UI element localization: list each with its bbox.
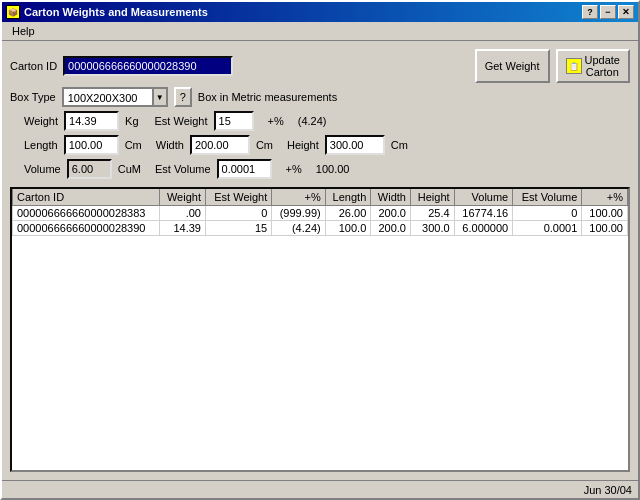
help-menu[interactable]: Help bbox=[6, 24, 41, 38]
status-date: Jun 30/04 bbox=[584, 484, 632, 496]
window-icon: 📦 bbox=[6, 5, 20, 19]
data-table-container: Carton ID Weight Est Weight +% Length Wi… bbox=[10, 187, 630, 472]
carton-id-label: Carton ID bbox=[10, 60, 57, 72]
weight-unit: Kg bbox=[125, 115, 138, 127]
carton-id-row: Carton ID Get Weight 📋 UpdateCarton bbox=[10, 49, 630, 83]
action-buttons: Get Weight 📋 UpdateCarton bbox=[475, 49, 630, 83]
box-type-label: Box Type bbox=[10, 91, 56, 103]
close-btn[interactable]: ✕ bbox=[618, 5, 634, 19]
col-header-height: Height bbox=[410, 189, 454, 206]
get-weight-button[interactable]: Get Weight bbox=[475, 49, 550, 83]
update-icon: 📋 bbox=[566, 58, 582, 74]
plus-pct-value: (4.24) bbox=[298, 115, 327, 127]
weight-label: Weight bbox=[24, 115, 58, 127]
box-type-select-container: 100X200X300 ▼ bbox=[62, 87, 168, 107]
volume-label: Volume bbox=[24, 163, 61, 175]
minimize-btn[interactable]: − bbox=[600, 5, 616, 19]
box-type-dropdown-btn[interactable]: ▼ bbox=[152, 87, 168, 107]
plus-pct-label: +% bbox=[268, 115, 284, 127]
update-carton-button[interactable]: 📋 UpdateCarton bbox=[556, 49, 630, 83]
est-volume-input[interactable] bbox=[217, 159, 272, 179]
length-label: Length bbox=[24, 139, 58, 151]
table-row[interactable]: 00000666666000002839014.3915(4.24)100.02… bbox=[13, 221, 628, 236]
length-input[interactable] bbox=[64, 135, 119, 155]
box-type-value[interactable]: 100X200X300 bbox=[62, 87, 152, 107]
est-volume-label: Est Volume bbox=[155, 163, 211, 175]
col-header-width: Width bbox=[371, 189, 411, 206]
status-bar: Jun 30/04 bbox=[2, 480, 638, 498]
title-bar-left: 📦 Carton Weights and Measurements bbox=[6, 5, 208, 19]
length-unit: Cm bbox=[125, 139, 142, 151]
data-table: Carton ID Weight Est Weight +% Length Wi… bbox=[12, 189, 628, 236]
plus-pct2-value: 100.00 bbox=[316, 163, 350, 175]
col-header-length: Length bbox=[325, 189, 371, 206]
est-weight-input[interactable] bbox=[214, 111, 254, 131]
volume-input bbox=[67, 159, 112, 179]
height-input[interactable] bbox=[325, 135, 385, 155]
volume-unit: CuM bbox=[118, 163, 141, 175]
carton-id-input[interactable] bbox=[63, 56, 233, 76]
height-label: Height bbox=[287, 139, 319, 151]
est-weight-label: Est Weight bbox=[155, 115, 208, 127]
col-header-weight: Weight bbox=[159, 189, 205, 206]
plus-pct2-label: +% bbox=[286, 163, 302, 175]
window-title: Carton Weights and Measurements bbox=[24, 6, 208, 18]
col-header-carton-id: Carton ID bbox=[13, 189, 160, 206]
weight-row: Weight Kg Est Weight +% (4.24) bbox=[10, 111, 630, 131]
col-header-volume: Volume bbox=[454, 189, 513, 206]
box-metric-label: Box in Metric measurements bbox=[198, 91, 337, 103]
volume-row: Volume CuM Est Volume +% 100.00 bbox=[10, 159, 630, 179]
width-label: Width bbox=[156, 139, 184, 151]
col-header-est-volume: Est Volume bbox=[513, 189, 582, 206]
main-content: Carton ID Get Weight 📋 UpdateCarton Box … bbox=[2, 41, 638, 480]
table-row[interactable]: 000006666660000028383.000(999.99)26.0020… bbox=[13, 206, 628, 221]
dimensions-row: Length Cm Width Cm Height Cm bbox=[10, 135, 630, 155]
title-buttons: ? − ✕ bbox=[582, 5, 634, 19]
height-unit: Cm bbox=[391, 139, 408, 151]
width-unit: Cm bbox=[256, 139, 273, 151]
col-header-plus-pct2: +% bbox=[582, 189, 628, 206]
help-title-btn[interactable]: ? bbox=[582, 5, 598, 19]
width-input[interactable] bbox=[190, 135, 250, 155]
main-window: 📦 Carton Weights and Measurements ? − ✕ … bbox=[0, 0, 640, 500]
menu-bar: Help bbox=[2, 22, 638, 41]
col-header-est-weight: Est Weight bbox=[205, 189, 271, 206]
col-header-plus-pct: +% bbox=[272, 189, 325, 206]
box-type-row: Box Type 100X200X300 ▼ ? Box in Metric m… bbox=[10, 87, 630, 107]
box-type-question-btn[interactable]: ? bbox=[174, 87, 192, 107]
update-label: UpdateCarton bbox=[585, 54, 620, 78]
weight-input[interactable] bbox=[64, 111, 119, 131]
title-bar: 📦 Carton Weights and Measurements ? − ✕ bbox=[2, 2, 638, 22]
